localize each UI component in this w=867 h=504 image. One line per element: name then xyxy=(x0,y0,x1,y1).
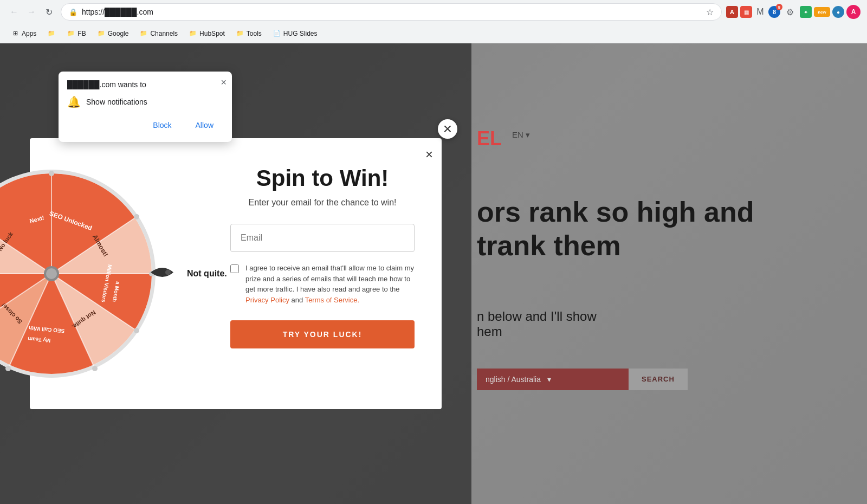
toolbar-icons: A ▦ M 8 8 ⚙ ✦ new ● A xyxy=(726,4,860,20)
forward-button[interactable]: → xyxy=(24,4,39,20)
try-luck-button[interactable]: TRY YOUR LUCK! xyxy=(230,320,415,348)
bookmark-channels-label: Channels xyxy=(150,30,178,37)
consent-checkbox[interactable] xyxy=(230,264,239,273)
notif-title: ██████.com wants to xyxy=(67,80,223,89)
bg-headline-2: trank them xyxy=(477,229,754,262)
url-text: https://██████.com xyxy=(82,8,702,16)
bookmark-hug-slides[interactable]: 📄 HUG Slides xyxy=(268,27,322,40)
privacy-link[interactable]: Privacy Policy xyxy=(245,296,289,304)
bg-search-button: SEARCH xyxy=(629,369,688,390)
email-input[interactable] xyxy=(230,224,415,252)
bg-logo: EL xyxy=(477,127,502,150)
bookmark-fb-label: FB xyxy=(77,30,86,37)
svg-point-16 xyxy=(92,366,98,371)
spin-modal-inner: × xyxy=(30,138,442,409)
and-text: and xyxy=(292,296,303,304)
svg-point-15 xyxy=(134,328,139,333)
bookmark-apps[interactable]: ⊞ Apps xyxy=(7,27,41,40)
hubspot-icon: 📁 xyxy=(189,29,197,38)
bookmark-hubspot-label: HubSpot xyxy=(199,30,225,37)
svg-point-13 xyxy=(134,214,139,219)
svg-point-33 xyxy=(46,268,57,279)
checkbox-row: I agree to receive an email that'll allo… xyxy=(230,263,415,305)
nav-buttons: ← → ↻ xyxy=(7,4,56,20)
wheel-container: SEO Unlocked Almost! Million Visitors a … xyxy=(30,138,214,409)
bg-body-2: hem xyxy=(477,324,597,339)
tools-icon: 📁 xyxy=(236,29,244,38)
main-content: EL EN ▾ ors rank so high and trank them … xyxy=(0,43,867,504)
ext-icon-2[interactable]: ▦ xyxy=(740,6,752,18)
consent-main-text: I agree to receive an email that'll allo… xyxy=(245,264,414,293)
browser-toolbar: ← → ↻ 🔒 https://██████.com ☆ A ▦ M 8 8 ⚙… xyxy=(0,0,867,24)
modal-title: Spin to Win! xyxy=(256,165,389,191)
address-bar[interactable]: 🔒 https://██████.com ☆ xyxy=(61,3,722,21)
consent-text: I agree to receive an email that'll allo… xyxy=(245,263,415,305)
svg-point-34 xyxy=(165,270,171,275)
ext-icon-5[interactable]: ✦ xyxy=(800,6,812,18)
bookmark-google[interactable]: 📁 Google xyxy=(93,27,133,40)
modal-bg-close-button[interactable]: × xyxy=(438,119,457,139)
bookmark-channels[interactable]: 📁 Channels xyxy=(135,27,182,40)
bookmark-hug-slides-label: HUG Slides xyxy=(283,30,318,37)
bg-body-1: n below and I'll show xyxy=(477,309,597,324)
ext-icon-4[interactable]: 8 8 xyxy=(768,6,780,18)
bell-icon: 🔔 xyxy=(67,95,81,108)
fb-icon: 📁 xyxy=(67,29,75,38)
bg-search-bar: nglish / Australia ▾ SEARCH xyxy=(477,369,688,390)
bookmark-tools[interactable]: 📁 Tools xyxy=(231,27,266,40)
notif-permission-row: 🔔 Show notifications xyxy=(67,95,223,108)
google-icon: 📁 xyxy=(97,29,106,38)
bookmarks-bar: ⊞ Apps 📁 📁 FB 📁 Google 📁 Channels 📁 HubS… xyxy=(0,24,867,43)
reload-button[interactable]: ↻ xyxy=(41,4,56,20)
wheel-pointer xyxy=(146,258,176,290)
tos-link[interactable]: Terms of Service. xyxy=(305,296,359,304)
notif-actions: Block Allow xyxy=(67,117,223,133)
block-button[interactable]: Block xyxy=(143,117,181,133)
bg-body-text: n below and I'll show hem xyxy=(477,309,597,339)
ext-icon-1[interactable]: A xyxy=(726,6,738,18)
svg-point-17 xyxy=(5,366,11,371)
bg-headline: ors rank so high and trank them xyxy=(477,195,754,263)
modal-right-content: Spin to Win! Enter your email for the ch… xyxy=(214,138,442,409)
channels-icon: 📁 xyxy=(139,29,148,38)
bookmark-star-icon[interactable]: ☆ xyxy=(706,7,714,17)
ext-icon-3[interactable]: M xyxy=(754,6,766,18)
bookmark-hubspot[interactable]: 📁 HubSpot xyxy=(184,27,229,40)
ext-settings-icon[interactable]: ⚙ xyxy=(782,4,798,20)
bookmark-google-label: Google xyxy=(108,30,129,37)
bookmark-tools-label: Tools xyxy=(247,30,262,37)
bookmark-folder1[interactable]: 📁 xyxy=(43,27,60,40)
apps-icon: ⊞ xyxy=(11,29,20,38)
modal-subtitle: Enter your email for the chance to win! xyxy=(248,198,396,208)
ext-icon-6[interactable]: ● xyxy=(832,6,844,18)
bookmark-fb[interactable]: 📁 FB xyxy=(62,27,90,40)
bg-search-input: nglish / Australia ▾ xyxy=(477,369,629,390)
bookmark-apps-label: Apps xyxy=(22,30,36,37)
modal-close-button[interactable]: × xyxy=(425,147,433,162)
wheel-svg: SEO Unlocked Almost! Million Visitors a … xyxy=(0,165,160,382)
bg-lang: EN ▾ xyxy=(512,130,530,140)
svg-point-12 xyxy=(49,171,54,176)
notif-close-button[interactable]: × xyxy=(221,77,227,88)
notif-permission-text: Show notifications xyxy=(86,98,147,106)
browser-chrome: ← → ↻ 🔒 https://██████.com ☆ A ▦ M 8 8 ⚙… xyxy=(0,0,867,43)
allow-button[interactable]: Allow xyxy=(186,117,223,133)
wheel-wrapper: SEO Unlocked Almost! Million Visitors a … xyxy=(0,165,160,382)
notification-popup: × ██████.com wants to 🔔 Show notificatio… xyxy=(59,72,232,142)
folder1-icon: 📁 xyxy=(47,29,56,38)
wheel-not-quite-label: Not quite. xyxy=(187,269,227,279)
user-avatar[interactable]: A xyxy=(846,5,860,19)
hug-slides-icon: 📄 xyxy=(273,29,281,38)
lock-icon: 🔒 xyxy=(69,8,77,16)
bg-headline-1: ors rank so high and xyxy=(477,195,754,229)
back-button[interactable]: ← xyxy=(7,4,22,20)
ext-icon-new[interactable]: new xyxy=(814,7,830,17)
